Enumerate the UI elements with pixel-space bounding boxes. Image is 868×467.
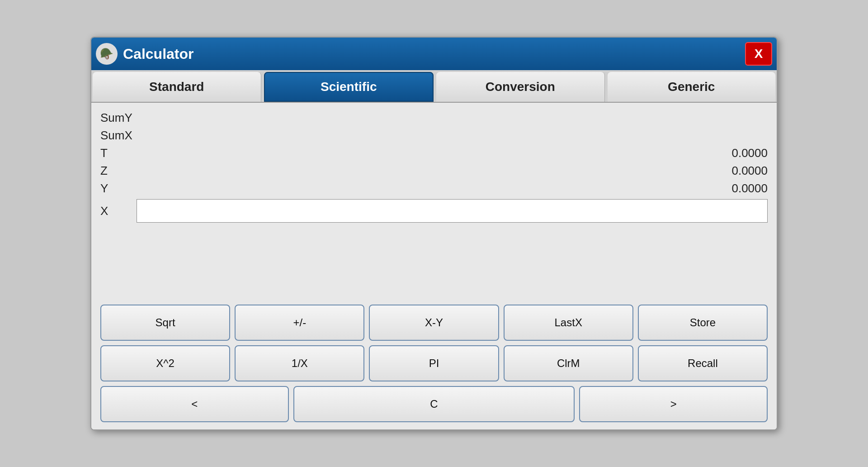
y-row: Y 0.0000 <box>100 181 768 196</box>
buttons-section: Sqrt +/- X-Y LastX Store X^2 1/X PI ClrM… <box>100 305 768 422</box>
tab-generic[interactable]: Generic <box>608 72 776 102</box>
sumx-label: SumX <box>100 129 132 143</box>
button-row-2: X^2 1/X PI ClrM Recall <box>100 345 768 381</box>
tabs-bar: Standard Scientific Conversion Generic <box>91 70 777 103</box>
t-row: T 0.0000 <box>100 145 768 161</box>
one-over-x-button[interactable]: 1/X <box>235 345 364 381</box>
z-label: Z <box>100 164 127 178</box>
tab-conversion[interactable]: Conversion <box>436 72 605 102</box>
store-button[interactable]: Store <box>638 305 768 341</box>
tab-standard[interactable]: Standard <box>93 72 261 102</box>
recall-button[interactable]: Recall <box>638 345 768 381</box>
button-row-3: < C > <box>100 386 768 422</box>
x-label: X <box>100 204 127 218</box>
main-content: SumY SumX T 0.0000 Z 0.0000 Y 0.0000 X <box>91 103 777 429</box>
sumx-row: SumX <box>100 128 768 143</box>
less-than-button[interactable]: < <box>100 386 289 422</box>
t-value: 0.0000 <box>731 146 768 160</box>
x-input[interactable] <box>137 199 768 223</box>
pi-button[interactable]: PI <box>369 345 499 381</box>
t-label: T <box>100 146 127 160</box>
calculator-window: 🪖 Calculator X Standard Scientific Conve… <box>90 37 778 430</box>
sumy-row: SumY <box>100 110 768 126</box>
x-row: X <box>100 198 768 224</box>
title-bar: 🪖 Calculator X <box>91 38 777 70</box>
plus-minus-button[interactable]: +/- <box>235 305 364 341</box>
app-icon: 🪖 <box>96 43 118 65</box>
y-value: 0.0000 <box>731 181 768 195</box>
z-row: Z 0.0000 <box>100 163 768 179</box>
tab-scientific[interactable]: Scientific <box>264 72 434 102</box>
greater-than-button[interactable]: > <box>579 386 768 422</box>
x-y-button[interactable]: X-Y <box>369 305 499 341</box>
y-label: Y <box>100 181 127 195</box>
sumy-label: SumY <box>100 111 132 125</box>
button-row-1: Sqrt +/- X-Y LastX Store <box>100 305 768 341</box>
app-title: Calculator <box>123 46 193 62</box>
close-button[interactable]: X <box>745 42 772 66</box>
lastx-button[interactable]: LastX <box>504 305 633 341</box>
x-squared-button[interactable]: X^2 <box>100 345 230 381</box>
sqrt-button[interactable]: Sqrt <box>100 305 230 341</box>
display-area: SumY SumX T 0.0000 Z 0.0000 Y 0.0000 X <box>100 110 768 297</box>
title-bar-left: 🪖 Calculator <box>96 43 193 65</box>
c-button[interactable]: C <box>293 386 575 422</box>
z-value: 0.0000 <box>731 164 768 178</box>
clrm-button[interactable]: ClrM <box>504 345 633 381</box>
